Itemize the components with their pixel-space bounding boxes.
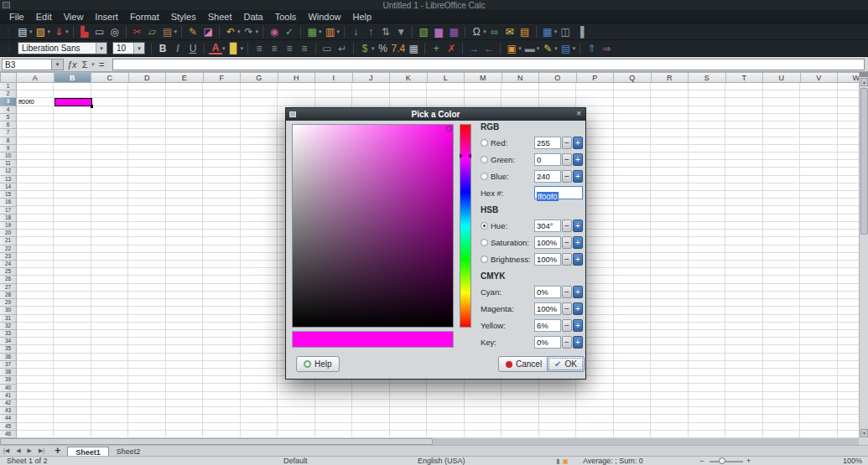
sheet-tab-sheet2[interactable]: Sheet2 — [109, 447, 148, 457]
row-header-10[interactable]: 10 — [0, 152, 17, 160]
italic-icon[interactable]: I — [171, 42, 185, 55]
row-header-41[interactable]: 41 — [0, 392, 17, 400]
hue-decrement-button[interactable]: − — [562, 220, 572, 232]
menu-file[interactable]: File — [3, 10, 30, 23]
print-preview-icon[interactable]: ◎ — [108, 25, 122, 39]
hue-marker-right[interactable] — [468, 153, 471, 158]
insert-row-dropdown-icon[interactable]: ▾ — [319, 28, 322, 35]
horizontal-scrollbar-thumb[interactable] — [0, 438, 433, 445]
increase-indent-icon[interactable]: → — [467, 42, 481, 55]
sum-dropdown-icon[interactable]: ▾ — [91, 61, 94, 68]
zoom-slider[interactable] — [709, 461, 743, 462]
row-header-45[interactable]: 45 — [0, 423, 17, 431]
yellow-decrement-button[interactable]: − — [562, 319, 572, 332]
previous-sheet-button[interactable]: ◀ — [13, 447, 23, 454]
delete-decimal-place-icon[interactable]: ✗ — [444, 42, 458, 55]
row-header-28[interactable]: 28 — [0, 292, 17, 299]
clear-formatting-icon[interactable]: ◪ — [201, 25, 215, 39]
column-header-a[interactable]: A — [17, 72, 55, 83]
insert-special-character-icon[interactable]: Ω — [470, 25, 483, 39]
brightness-radio[interactable] — [481, 256, 488, 263]
sum-icon[interactable]: Σ — [82, 59, 88, 70]
sheet-tab-sheet1[interactable]: Sheet1 — [67, 447, 109, 457]
column-header-e[interactable]: E — [166, 72, 204, 83]
menu-window[interactable]: Window — [302, 10, 346, 23]
export-pdf-icon[interactable]: ▙ — [78, 25, 91, 39]
autofilter-icon[interactable]: ▼ — [394, 25, 408, 39]
column-header-u[interactable]: U — [763, 72, 801, 83]
row-header-29[interactable]: 29 — [0, 299, 17, 307]
row-header-7[interactable]: 7 — [0, 129, 17, 137]
row-header-23[interactable]: 23 — [0, 253, 17, 261]
clone-formatting-icon[interactable]: ✎ — [186, 25, 200, 39]
column-header-h[interactable]: H — [278, 72, 316, 83]
row-header-21[interactable]: 21 — [0, 237, 17, 245]
column-header-g[interactable]: G — [241, 72, 278, 83]
column-header-t[interactable]: T — [726, 72, 764, 83]
name-box[interactable]: B3 — [2, 59, 52, 70]
green-increment-button[interactable]: + — [573, 153, 583, 166]
row-header-18[interactable]: 18 — [0, 214, 17, 222]
row-header-2[interactable]: 2 — [0, 90, 17, 98]
vertical-scrollbar-thumb[interactable] — [860, 88, 868, 235]
column-header-b[interactable]: B — [55, 72, 92, 83]
insert-row-icon[interactable]: ▦ — [305, 25, 319, 39]
insert-comment-icon[interactable]: ✉ — [503, 25, 517, 39]
row-header-3[interactable]: 3 — [0, 98, 17, 106]
red-radio[interactable] — [481, 139, 488, 147]
menu-view[interactable]: View — [58, 10, 90, 23]
magenta-decrement-button[interactable]: − — [562, 302, 572, 315]
save-dropdown-icon[interactable]: ▾ — [65, 28, 69, 35]
row-header-4[interactable]: 4 — [0, 106, 17, 114]
column-header-k[interactable]: K — [390, 72, 428, 83]
row-header-33[interactable]: 33 — [0, 330, 17, 338]
highlighting-color-icon[interactable]: ▉ — [227, 42, 241, 55]
menu-styles[interactable]: Styles — [165, 10, 202, 23]
borders-dropdown-icon[interactable]: ▾ — [518, 45, 522, 52]
sort-icon[interactable]: ⇅ — [379, 25, 392, 39]
row-header-39[interactable]: 39 — [0, 376, 17, 384]
align-right-icon[interactable]: ≡ — [283, 42, 296, 55]
brightness-increment-button[interactable]: + — [573, 253, 583, 266]
border-style-dropdown-icon[interactable]: ▾ — [537, 45, 540, 52]
column-header-v[interactable]: V — [801, 72, 839, 83]
zoom-in-button[interactable]: + — [746, 457, 751, 465]
toolbar-grip-icon[interactable]: ⋮ — [4, 44, 13, 53]
yellow-value-field[interactable]: 6% — [534, 319, 561, 332]
red-value-field[interactable]: 255 — [534, 137, 561, 149]
column-header-o[interactable]: O — [539, 72, 577, 83]
menu-tools[interactable]: Tools — [269, 10, 303, 23]
font-size-combo[interactable]: 10 ▾ — [112, 42, 145, 54]
row-header-24[interactable]: 24 — [0, 261, 17, 268]
undo-dropdown-icon[interactable]: ▾ — [237, 28, 241, 35]
saturation-increment-button[interactable]: + — [573, 236, 583, 249]
color-selector-circle[interactable] — [446, 126, 452, 132]
column-header-l[interactable]: L — [428, 72, 465, 83]
insert-column-dropdown-icon[interactable]: ▾ — [337, 28, 340, 35]
scroll-down-icon[interactable]: ▼ — [860, 429, 868, 437]
row-header-6[interactable]: 6 — [0, 121, 17, 129]
menu-edit[interactable]: Edit — [30, 10, 58, 23]
toolbar-grip-icon[interactable]: ⋮ — [4, 27, 13, 36]
menu-insert[interactable]: Insert — [89, 10, 124, 23]
cyan-increment-button[interactable]: + — [573, 286, 583, 298]
saturation-decrement-button[interactable]: − — [562, 236, 572, 249]
freeze-rows-and-columns-icon[interactable]: ▦ — [541, 25, 554, 39]
menu-help[interactable]: Help — [347, 10, 378, 23]
format-as-currency-icon[interactable]: $ — [358, 42, 372, 55]
saturation-value-square[interactable] — [292, 124, 454, 328]
row-header-5[interactable]: 5 — [0, 114, 17, 121]
help-button[interactable]: Help — [296, 356, 340, 372]
split-window-icon[interactable]: ◫ — [559, 25, 572, 39]
brightness-value-field[interactable]: 100% — [534, 253, 561, 266]
cell-a3[interactable]: ff00f0 — [18, 98, 54, 106]
border-style-icon[interactable]: ▬ — [523, 42, 537, 55]
saturation-value-field[interactable]: 100% — [534, 236, 561, 249]
insert-hyperlink-icon[interactable]: ∞ — [488, 25, 502, 39]
save-icon[interactable]: ⇓ — [52, 25, 65, 39]
row-header-25[interactable]: 25 — [0, 268, 17, 276]
first-sheet-button[interactable]: |◀ — [0, 447, 13, 454]
row-header-46[interactable]: 46 — [0, 431, 17, 438]
cyan-value-field[interactable]: 0% — [534, 286, 561, 298]
row-header-43[interactable]: 43 — [0, 407, 17, 415]
